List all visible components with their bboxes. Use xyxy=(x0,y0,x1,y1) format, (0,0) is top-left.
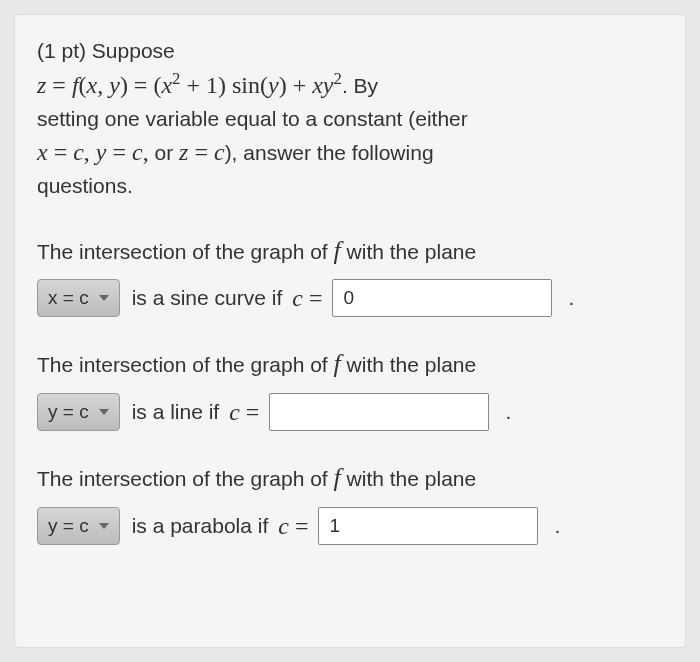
chevron-down-icon xyxy=(99,409,109,415)
question-intro: The intersection of the graph of f with … xyxy=(37,230,663,272)
answer-input-1[interactable] xyxy=(332,279,552,317)
dropdown-value: y = c xyxy=(48,397,89,427)
f-symbol: f xyxy=(334,349,341,378)
period: . xyxy=(568,281,574,315)
z-equals-c: z = c xyxy=(179,139,225,165)
c-equals: c = xyxy=(292,279,322,317)
question-1: The intersection of the graph of f with … xyxy=(37,230,663,318)
plane-dropdown-1[interactable]: x = c xyxy=(37,279,120,317)
period: . xyxy=(554,509,560,543)
problem-line2a: setting one variable equal to a constant… xyxy=(37,107,468,130)
problem-line2b: ), answer the following xyxy=(225,141,434,164)
problem-container: (1 pt) Suppose z = f(x, y) = (x2 + 1) si… xyxy=(14,14,686,648)
constants-list: x = c, y = c, xyxy=(37,139,149,165)
or-text: or xyxy=(155,141,180,164)
answer-input-2[interactable] xyxy=(269,393,489,431)
intro-text-a: The intersection of the graph of xyxy=(37,467,334,490)
chevron-down-icon xyxy=(99,295,109,301)
after-eq: . By xyxy=(342,74,378,97)
condition-text: is a sine curve if xyxy=(132,281,283,315)
intro-text-b: with the plane xyxy=(341,353,476,376)
question-intro: The intersection of the graph of f with … xyxy=(37,457,663,499)
question-3: The intersection of the graph of f with … xyxy=(37,457,663,545)
dropdown-value: y = c xyxy=(48,511,89,541)
answer-input-3[interactable] xyxy=(318,507,538,545)
c-equals: c = xyxy=(278,507,308,545)
intro-text-a: The intersection of the graph of xyxy=(37,353,334,376)
points-prefix: (1 pt) Suppose xyxy=(37,39,175,62)
condition-text: is a parabola if xyxy=(132,509,269,543)
problem-statement: (1 pt) Suppose z = f(x, y) = (x2 + 1) si… xyxy=(37,35,663,202)
plane-dropdown-3[interactable]: y = c xyxy=(37,507,120,545)
f-symbol: f xyxy=(334,463,341,492)
problem-line3: questions. xyxy=(37,174,133,197)
intro-text-b: with the plane xyxy=(341,467,476,490)
main-equation: z = f(x, y) = (x2 + 1) sin(y) + xy2 xyxy=(37,72,342,98)
chevron-down-icon xyxy=(99,523,109,529)
f-symbol: f xyxy=(334,236,341,265)
c-equals: c = xyxy=(229,393,259,431)
question-intro: The intersection of the graph of f with … xyxy=(37,343,663,385)
plane-dropdown-2[interactable]: y = c xyxy=(37,393,120,431)
condition-text: is a line if xyxy=(132,395,220,429)
question-2: The intersection of the graph of f with … xyxy=(37,343,663,431)
dropdown-value: x = c xyxy=(48,283,89,313)
intro-text-a: The intersection of the graph of xyxy=(37,240,334,263)
period: . xyxy=(505,395,511,429)
intro-text-b: with the plane xyxy=(341,240,476,263)
